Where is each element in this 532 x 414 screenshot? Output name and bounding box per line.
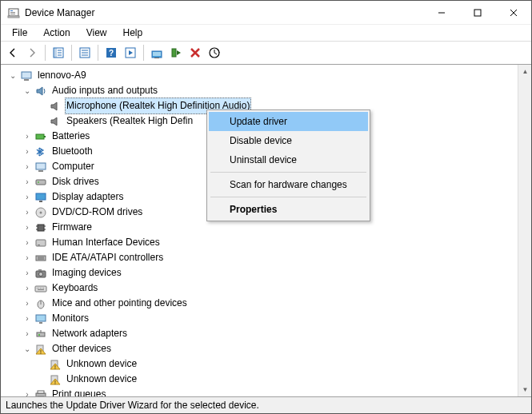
ctx-update-driver[interactable]: Update driver: [209, 112, 368, 131]
disk-icon: [34, 176, 47, 189]
ctx-uninstall-device[interactable]: Uninstall device: [209, 150, 368, 169]
caret-closed-icon[interactable]: ›: [22, 281, 33, 296]
caret-closed-icon[interactable]: ›: [22, 235, 33, 250]
svg-rect-27: [24, 79, 29, 81]
printer-icon: [34, 388, 47, 397]
tree-category-hid[interactable]: › Human Interface Devices: [7, 235, 518, 250]
scroll-up-icon[interactable]: ▲: [518, 65, 531, 78]
caret-closed-icon[interactable]: ›: [22, 220, 33, 235]
caret-closed-icon[interactable]: ›: [22, 174, 33, 189]
minimize-button[interactable]: [423, 1, 459, 24]
audio-icon: [34, 85, 47, 98]
help-button[interactable]: ?: [102, 44, 120, 62]
svg-rect-28: [36, 134, 44, 139]
uninstall-device-button[interactable]: [186, 44, 204, 62]
menu-file[interactable]: File: [6, 26, 34, 40]
svg-rect-10: [54, 48, 57, 58]
chip-icon: [34, 221, 47, 234]
svg-rect-26: [22, 72, 31, 78]
svg-rect-30: [36, 163, 46, 169]
warning-icon: !: [34, 343, 47, 356]
statusbar: Launches the Update Driver Wizard for th…: [1, 397, 531, 413]
tree-label: IDE ATA/ATAPI controllers: [50, 250, 165, 265]
properties-button[interactable]: [76, 44, 94, 62]
maximize-button[interactable]: [459, 1, 495, 24]
caret-closed-icon[interactable]: ›: [22, 265, 33, 281]
svg-rect-34: [36, 193, 46, 200]
svg-rect-60: [36, 315, 46, 321]
scroll-down-icon[interactable]: ▼: [518, 383, 531, 396]
forward-button[interactable]: [23, 44, 41, 62]
tree-category-imaging[interactable]: › Imaging devices: [7, 265, 518, 281]
tree-label: Unknown device: [65, 356, 138, 372]
svg-rect-23: [154, 58, 159, 58]
svg-rect-62: [37, 332, 45, 336]
dvd-icon: [34, 206, 47, 219]
hid-icon: [34, 237, 47, 249]
svg-rect-55: [42, 288, 42, 289]
svg-point-37: [40, 211, 42, 213]
caret-open-icon[interactable]: ⌄: [22, 83, 33, 98]
svg-rect-31: [38, 170, 43, 172]
show-hide-tree-button[interactable]: [50, 44, 67, 62]
ctx-disable-device[interactable]: Disable device: [209, 131, 368, 150]
svg-text:!: !: [40, 348, 42, 354]
caret-closed-icon[interactable]: ›: [22, 296, 33, 311]
svg-rect-29: [44, 136, 46, 137]
tree-label: Display adapters: [50, 189, 125, 205]
caret-closed-icon[interactable]: ›: [22, 129, 33, 144]
tree-category-ide[interactable]: › IDE ATA/ATAPI controllers: [7, 250, 518, 265]
svg-rect-53: [38, 288, 39, 289]
menubar: File Action View Help: [1, 25, 531, 41]
caret-open-icon[interactable]: ⌄: [22, 341, 33, 356]
caret-closed-icon[interactable]: ›: [22, 250, 33, 265]
tree-root[interactable]: ⌄ lennovo-A9: [7, 68, 518, 83]
action-button[interactable]: [122, 44, 139, 62]
device-manager-window: Device Manager File Action View Help: [0, 0, 532, 414]
caret-closed-icon[interactable]: ›: [22, 387, 33, 396]
svg-rect-32: [36, 180, 46, 185]
app-icon: [7, 6, 20, 19]
svg-rect-61: [39, 322, 42, 324]
caret-closed-icon[interactable]: ›: [22, 205, 33, 220]
tree-label: DVD/CD-ROM drives: [50, 205, 144, 220]
back-button[interactable]: [4, 44, 22, 62]
scrollbar[interactable]: ▲ ▼: [518, 65, 531, 396]
ctx-scan-hardware[interactable]: Scan for hardware changes: [209, 175, 368, 194]
caret-closed-icon[interactable]: ›: [22, 144, 33, 159]
tree-category-printqueues[interactable]: › Print queues: [7, 387, 518, 396]
context-menu: Update driver Disable device Uninstall d…: [206, 109, 370, 221]
titlebar: Device Manager: [1, 1, 531, 25]
update-driver-button[interactable]: [148, 44, 166, 62]
tree-category-network[interactable]: › Network adapters: [7, 326, 518, 341]
tree-device-unknown[interactable]: ! Unknown device: [7, 356, 518, 372]
svg-rect-6: [474, 10, 481, 16]
caret-open-icon[interactable]: ⌄: [7, 68, 18, 83]
tree-category-monitors[interactable]: › Monitors: [7, 311, 518, 326]
tree-category-keyboards[interactable]: › Keyboards: [7, 281, 518, 296]
tree-label: Print queues: [50, 387, 107, 396]
ctx-properties[interactable]: Properties: [209, 200, 368, 219]
tree-category-firmware[interactable]: › Firmware: [7, 220, 518, 235]
tree-label: Firmware: [50, 220, 94, 235]
network-icon: [34, 328, 47, 340]
menu-action[interactable]: Action: [37, 26, 76, 40]
close-button[interactable]: [495, 1, 531, 24]
tree-category-mice[interactable]: › Mice and other pointing devices: [7, 296, 518, 311]
caret-closed-icon[interactable]: ›: [22, 189, 33, 205]
menu-view[interactable]: View: [80, 26, 114, 40]
svg-rect-73: [38, 396, 44, 397]
tree-category-audio[interactable]: ⌄ Audio inputs and outputs: [7, 83, 518, 98]
enable-device-button[interactable]: [167, 44, 185, 62]
monitor-icon: [34, 312, 47, 325]
tree-label: Human Interface Devices: [50, 235, 162, 250]
warning-icon: !: [49, 358, 62, 371]
tree-device-unknown[interactable]: ! Unknown device: [7, 372, 518, 387]
caret-closed-icon[interactable]: ›: [22, 159, 33, 174]
caret-closed-icon[interactable]: ›: [22, 326, 33, 341]
caret-closed-icon[interactable]: ›: [22, 311, 33, 326]
toolbar-sep: [143, 45, 144, 61]
menu-help[interactable]: Help: [117, 26, 150, 40]
scan-hardware-button[interactable]: [206, 44, 223, 62]
tree-category-other[interactable]: ⌄ ! Other devices: [7, 341, 518, 356]
